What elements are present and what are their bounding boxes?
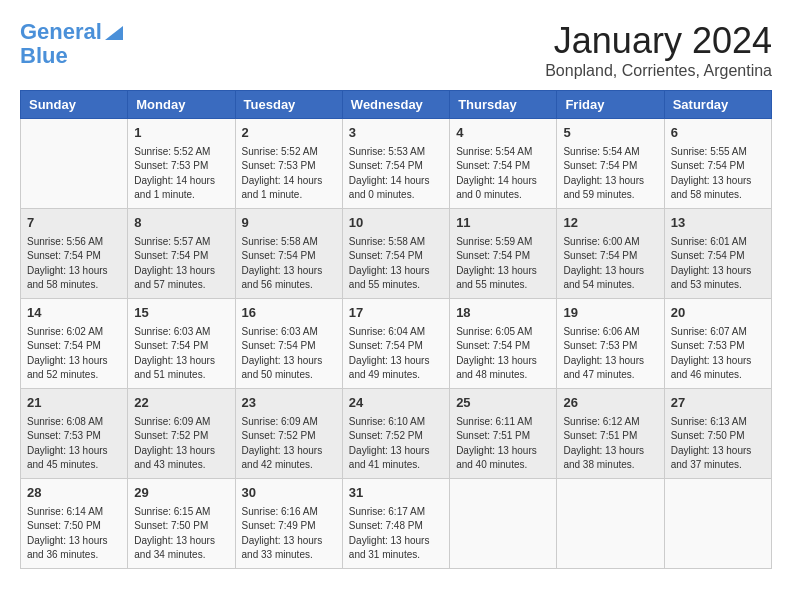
day-info: Sunrise: 6:14 AMSunset: 7:50 PMDaylight:… xyxy=(27,505,121,563)
day-info: Sunrise: 6:10 AMSunset: 7:52 PMDaylight:… xyxy=(349,415,443,473)
day-info: Sunrise: 6:07 AMSunset: 7:53 PMDaylight:… xyxy=(671,325,765,383)
day-number: 2 xyxy=(242,123,336,143)
logo: General Blue xyxy=(20,20,123,68)
calendar-cell: 6Sunrise: 5:55 AMSunset: 7:54 PMDaylight… xyxy=(664,119,771,209)
calendar-cell: 20Sunrise: 6:07 AMSunset: 7:53 PMDayligh… xyxy=(664,299,771,389)
calendar-week-3: 21Sunrise: 6:08 AMSunset: 7:53 PMDayligh… xyxy=(21,389,772,479)
day-info: Sunrise: 5:53 AMSunset: 7:54 PMDaylight:… xyxy=(349,145,443,203)
day-number: 12 xyxy=(563,213,657,233)
calendar-week-4: 28Sunrise: 6:14 AMSunset: 7:50 PMDayligh… xyxy=(21,479,772,569)
calendar-cell: 12Sunrise: 6:00 AMSunset: 7:54 PMDayligh… xyxy=(557,209,664,299)
calendar-cell: 31Sunrise: 6:17 AMSunset: 7:48 PMDayligh… xyxy=(342,479,449,569)
calendar-cell: 3Sunrise: 5:53 AMSunset: 7:54 PMDaylight… xyxy=(342,119,449,209)
day-number: 19 xyxy=(563,303,657,323)
day-number: 7 xyxy=(27,213,121,233)
calendar-cell: 19Sunrise: 6:06 AMSunset: 7:53 PMDayligh… xyxy=(557,299,664,389)
calendar-cell: 26Sunrise: 6:12 AMSunset: 7:51 PMDayligh… xyxy=(557,389,664,479)
day-info: Sunrise: 5:52 AMSunset: 7:53 PMDaylight:… xyxy=(242,145,336,203)
calendar-week-2: 14Sunrise: 6:02 AMSunset: 7:54 PMDayligh… xyxy=(21,299,772,389)
day-info: Sunrise: 6:12 AMSunset: 7:51 PMDaylight:… xyxy=(563,415,657,473)
day-number: 14 xyxy=(27,303,121,323)
day-info: Sunrise: 6:11 AMSunset: 7:51 PMDaylight:… xyxy=(456,415,550,473)
day-number: 15 xyxy=(134,303,228,323)
calendar-cell xyxy=(664,479,771,569)
calendar-cell: 4Sunrise: 5:54 AMSunset: 7:54 PMDaylight… xyxy=(450,119,557,209)
title-block: January 2024 Bonpland, Corrientes, Argen… xyxy=(545,20,772,80)
day-number: 13 xyxy=(671,213,765,233)
logo-text: General xyxy=(20,20,102,44)
day-info: Sunrise: 5:54 AMSunset: 7:54 PMDaylight:… xyxy=(563,145,657,203)
day-number: 22 xyxy=(134,393,228,413)
day-info: Sunrise: 6:04 AMSunset: 7:54 PMDaylight:… xyxy=(349,325,443,383)
day-info: Sunrise: 5:54 AMSunset: 7:54 PMDaylight:… xyxy=(456,145,550,203)
day-info: Sunrise: 5:58 AMSunset: 7:54 PMDaylight:… xyxy=(349,235,443,293)
day-number: 17 xyxy=(349,303,443,323)
calendar-week-0: 1Sunrise: 5:52 AMSunset: 7:53 PMDaylight… xyxy=(21,119,772,209)
weekday-header-monday: Monday xyxy=(128,91,235,119)
calendar-cell: 7Sunrise: 5:56 AMSunset: 7:54 PMDaylight… xyxy=(21,209,128,299)
day-info: Sunrise: 6:13 AMSunset: 7:50 PMDaylight:… xyxy=(671,415,765,473)
calendar-cell xyxy=(21,119,128,209)
day-info: Sunrise: 6:17 AMSunset: 7:48 PMDaylight:… xyxy=(349,505,443,563)
calendar-cell: 27Sunrise: 6:13 AMSunset: 7:50 PMDayligh… xyxy=(664,389,771,479)
calendar-cell: 13Sunrise: 6:01 AMSunset: 7:54 PMDayligh… xyxy=(664,209,771,299)
day-number: 31 xyxy=(349,483,443,503)
day-info: Sunrise: 6:03 AMSunset: 7:54 PMDaylight:… xyxy=(242,325,336,383)
logo-text-blue: Blue xyxy=(20,44,68,68)
calendar-cell: 28Sunrise: 6:14 AMSunset: 7:50 PMDayligh… xyxy=(21,479,128,569)
day-info: Sunrise: 6:08 AMSunset: 7:53 PMDaylight:… xyxy=(27,415,121,473)
calendar-cell: 15Sunrise: 6:03 AMSunset: 7:54 PMDayligh… xyxy=(128,299,235,389)
weekday-header-thursday: Thursday xyxy=(450,91,557,119)
day-number: 28 xyxy=(27,483,121,503)
calendar-cell: 18Sunrise: 6:05 AMSunset: 7:54 PMDayligh… xyxy=(450,299,557,389)
calendar-cell: 2Sunrise: 5:52 AMSunset: 7:53 PMDaylight… xyxy=(235,119,342,209)
day-info: Sunrise: 5:52 AMSunset: 7:53 PMDaylight:… xyxy=(134,145,228,203)
day-number: 29 xyxy=(134,483,228,503)
calendar-cell: 5Sunrise: 5:54 AMSunset: 7:54 PMDaylight… xyxy=(557,119,664,209)
calendar-cell: 17Sunrise: 6:04 AMSunset: 7:54 PMDayligh… xyxy=(342,299,449,389)
day-number: 26 xyxy=(563,393,657,413)
day-info: Sunrise: 6:09 AMSunset: 7:52 PMDaylight:… xyxy=(242,415,336,473)
day-number: 9 xyxy=(242,213,336,233)
calendar-cell: 30Sunrise: 6:16 AMSunset: 7:49 PMDayligh… xyxy=(235,479,342,569)
calendar-cell: 9Sunrise: 5:58 AMSunset: 7:54 PMDaylight… xyxy=(235,209,342,299)
day-info: Sunrise: 6:00 AMSunset: 7:54 PMDaylight:… xyxy=(563,235,657,293)
day-info: Sunrise: 6:01 AMSunset: 7:54 PMDaylight:… xyxy=(671,235,765,293)
day-info: Sunrise: 6:15 AMSunset: 7:50 PMDaylight:… xyxy=(134,505,228,563)
location-subtitle: Bonpland, Corrientes, Argentina xyxy=(545,62,772,80)
month-title: January 2024 xyxy=(545,20,772,62)
calendar-cell: 25Sunrise: 6:11 AMSunset: 7:51 PMDayligh… xyxy=(450,389,557,479)
day-number: 23 xyxy=(242,393,336,413)
calendar-cell: 23Sunrise: 6:09 AMSunset: 7:52 PMDayligh… xyxy=(235,389,342,479)
calendar-cell: 8Sunrise: 5:57 AMSunset: 7:54 PMDaylight… xyxy=(128,209,235,299)
calendar-cell: 29Sunrise: 6:15 AMSunset: 7:50 PMDayligh… xyxy=(128,479,235,569)
day-number: 5 xyxy=(563,123,657,143)
calendar-cell xyxy=(450,479,557,569)
calendar-cell: 10Sunrise: 5:58 AMSunset: 7:54 PMDayligh… xyxy=(342,209,449,299)
calendar-cell: 21Sunrise: 6:08 AMSunset: 7:53 PMDayligh… xyxy=(21,389,128,479)
calendar-cell: 14Sunrise: 6:02 AMSunset: 7:54 PMDayligh… xyxy=(21,299,128,389)
day-number: 4 xyxy=(456,123,550,143)
calendar-cell: 11Sunrise: 5:59 AMSunset: 7:54 PMDayligh… xyxy=(450,209,557,299)
day-info: Sunrise: 6:02 AMSunset: 7:54 PMDaylight:… xyxy=(27,325,121,383)
weekday-header-tuesday: Tuesday xyxy=(235,91,342,119)
day-info: Sunrise: 5:57 AMSunset: 7:54 PMDaylight:… xyxy=(134,235,228,293)
day-info: Sunrise: 5:59 AMSunset: 7:54 PMDaylight:… xyxy=(456,235,550,293)
day-number: 20 xyxy=(671,303,765,323)
weekday-header-wednesday: Wednesday xyxy=(342,91,449,119)
svg-marker-0 xyxy=(105,26,123,40)
day-info: Sunrise: 5:55 AMSunset: 7:54 PMDaylight:… xyxy=(671,145,765,203)
calendar-cell: 22Sunrise: 6:09 AMSunset: 7:52 PMDayligh… xyxy=(128,389,235,479)
day-number: 24 xyxy=(349,393,443,413)
day-number: 10 xyxy=(349,213,443,233)
day-info: Sunrise: 6:09 AMSunset: 7:52 PMDaylight:… xyxy=(134,415,228,473)
weekday-header-sunday: Sunday xyxy=(21,91,128,119)
day-info: Sunrise: 6:16 AMSunset: 7:49 PMDaylight:… xyxy=(242,505,336,563)
day-number: 3 xyxy=(349,123,443,143)
day-number: 11 xyxy=(456,213,550,233)
day-number: 18 xyxy=(456,303,550,323)
calendar-table: SundayMondayTuesdayWednesdayThursdayFrid… xyxy=(20,90,772,569)
weekday-header-friday: Friday xyxy=(557,91,664,119)
calendar-cell xyxy=(557,479,664,569)
day-number: 27 xyxy=(671,393,765,413)
